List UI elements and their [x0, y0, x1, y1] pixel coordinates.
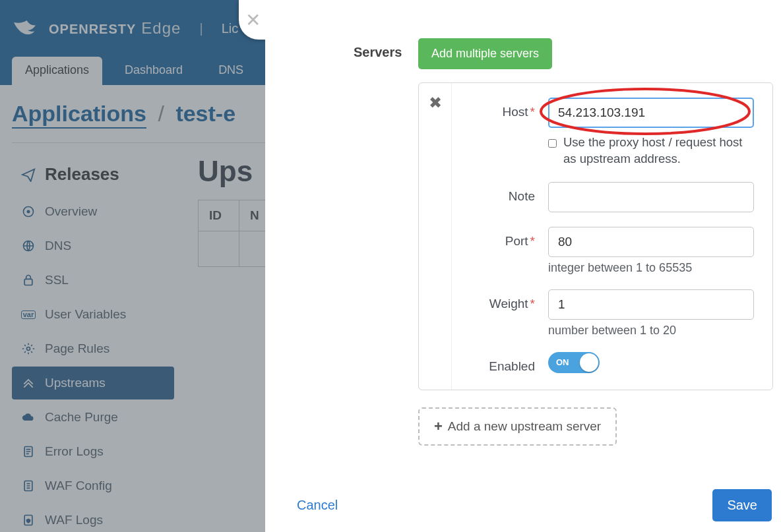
cancel-button[interactable]: Cancel: [297, 498, 338, 513]
enabled-label: Enabled: [489, 359, 535, 373]
servers-panel: Servers Add multiple servers ✖ Host*: [265, 0, 781, 532]
close-icon: ✕: [245, 9, 261, 31]
add-new-upstream-server-button[interactable]: + Add a new upstream server: [418, 407, 617, 446]
host-label: Host: [503, 105, 528, 119]
save-button[interactable]: Save: [712, 489, 772, 521]
enabled-toggle[interactable]: ON: [548, 352, 600, 373]
remove-server-button[interactable]: ✖: [419, 83, 452, 390]
port-hint: integer between 1 to 65535: [548, 261, 754, 275]
note-label: Note: [509, 189, 535, 203]
weight-label: Weight: [489, 297, 528, 310]
proxy-host-checkbox-label: Use the proxy host / request host as ups…: [563, 134, 754, 167]
port-input[interactable]: [548, 227, 754, 257]
section-label-servers: Servers: [265, 26, 418, 60]
port-label: Port: [505, 234, 528, 248]
plus-icon: +: [434, 418, 443, 435]
weight-hint: number between 1 to 20: [548, 324, 754, 338]
add-new-label: Add a new upstream server: [448, 419, 601, 434]
close-icon: ✖: [429, 94, 442, 112]
add-multiple-servers-button[interactable]: Add multiple servers: [418, 38, 552, 69]
server-card: ✖ Host* U: [418, 82, 773, 390]
toggle-on-label: ON: [548, 357, 569, 367]
weight-input[interactable]: [548, 289, 754, 320]
note-input[interactable]: [548, 182, 754, 212]
host-input[interactable]: [548, 98, 754, 128]
proxy-host-checkbox[interactable]: [548, 138, 557, 149]
